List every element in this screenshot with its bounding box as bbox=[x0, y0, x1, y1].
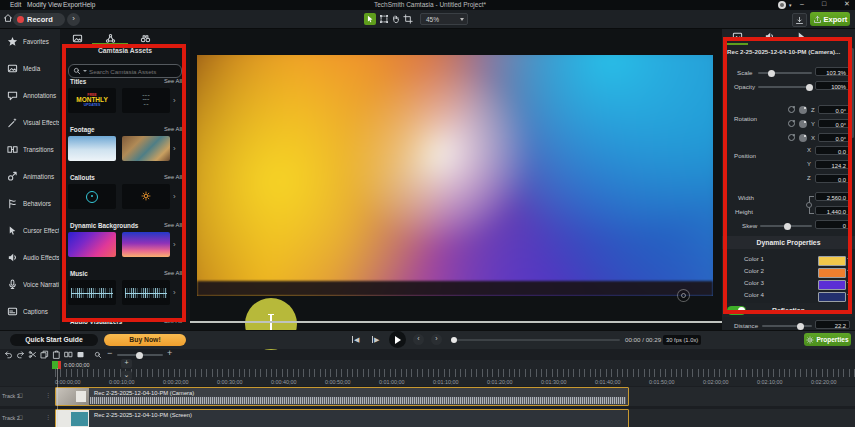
assets-tab-media[interactable] bbox=[70, 31, 84, 45]
cursor-tool[interactable] bbox=[364, 13, 376, 25]
record-dropdown-chevron[interactable]: › bbox=[67, 13, 80, 26]
buy-now-button[interactable]: Buy Now! bbox=[104, 334, 186, 346]
menu-item-modify[interactable]: Modify bbox=[27, 1, 46, 8]
ruler-label: 0:00:00;00 bbox=[55, 379, 80, 385]
record-label: Record bbox=[27, 15, 53, 24]
gear-icon bbox=[806, 336, 814, 344]
distance-slider[interactable] bbox=[762, 325, 812, 327]
track-options-icon[interactable]: ⋮ bbox=[45, 391, 51, 398]
annotation-icon bbox=[7, 90, 19, 101]
minimize-button[interactable]: – bbox=[800, 0, 804, 7]
sidebar-item-label: Audio Effects bbox=[23, 254, 59, 261]
properties-button[interactable]: Properties bbox=[804, 333, 851, 346]
ruler-label: 0:02:20;00 bbox=[811, 379, 836, 385]
sidebar-item-label: Voice Narration bbox=[23, 281, 59, 288]
clip-name: Rec 2-25-2025-12-04-10-PM (Screen) bbox=[94, 412, 192, 418]
jump-back-button[interactable]: ‹ bbox=[413, 334, 424, 345]
menu-item-help[interactable]: Help bbox=[82, 1, 95, 8]
sidebar-item-visual-effects[interactable]: Visual Effects bbox=[0, 109, 60, 136]
track-options-icon[interactable]: ⋮ bbox=[45, 413, 51, 420]
preview-bottom-band bbox=[197, 281, 713, 296]
copy-button[interactable] bbox=[39, 350, 49, 360]
canvas-zoom-value: 45% bbox=[426, 16, 439, 23]
wand-icon bbox=[7, 117, 19, 128]
previous-frame-button[interactable]: ◀ bbox=[352, 336, 359, 344]
cut-button[interactable] bbox=[27, 350, 37, 360]
step-frame-button[interactable]: ▶ bbox=[372, 336, 379, 344]
zoom-out-button[interactable]: − bbox=[107, 348, 112, 358]
marker-button[interactable] bbox=[75, 350, 85, 360]
canvas-area[interactable] bbox=[190, 28, 722, 330]
zoom-in-button[interactable]: + bbox=[167, 348, 172, 358]
scrubber-handle[interactable] bbox=[451, 337, 457, 343]
ruler-label: 0:01:00;00 bbox=[379, 379, 404, 385]
menu-item-view[interactable]: View bbox=[48, 1, 62, 8]
ruler-label: 0:01:30;00 bbox=[541, 379, 566, 385]
close-button[interactable]: ✕ bbox=[844, 0, 850, 8]
track-lock-icon[interactable]: ◻ bbox=[18, 391, 23, 398]
record-dot-icon bbox=[17, 16, 24, 23]
jump-forward-button[interactable]: › bbox=[431, 334, 442, 345]
sidebar-item-label: Transitions bbox=[23, 146, 59, 153]
sidebar-item-favorites[interactable]: Favorites bbox=[0, 28, 60, 55]
track-row: Track 2◻⋮Rec 2-25-2025-12-04-10-PM (Scre… bbox=[0, 409, 855, 427]
sidebar-item-media[interactable]: Media bbox=[0, 55, 60, 82]
undo-button[interactable] bbox=[3, 350, 13, 360]
sidebar-item-captions[interactable]: Captions bbox=[0, 298, 60, 325]
sidebar-item-cursor-effects[interactable]: Cursor Effects bbox=[0, 217, 60, 244]
paste-button[interactable] bbox=[51, 350, 61, 360]
export-button[interactable]: Export bbox=[810, 12, 850, 26]
playhead-line[interactable] bbox=[57, 368, 58, 427]
media-icon bbox=[7, 63, 19, 74]
clip-name: Rec 2-25-2025-12-04-10-PM (Camera) bbox=[94, 390, 194, 396]
crop-tool[interactable] bbox=[402, 13, 414, 25]
canvas-bottom-separator bbox=[190, 321, 722, 323]
fps-display[interactable]: 30 fps (1.0x) bbox=[663, 335, 701, 345]
play-button[interactable] bbox=[389, 331, 406, 348]
add-track-button[interactable]: + bbox=[121, 359, 132, 368]
sidebar-item-transitions[interactable]: Transitions bbox=[0, 136, 60, 163]
timeline-zoom-slider[interactable] bbox=[117, 354, 163, 356]
clip-waveform-icon bbox=[90, 397, 626, 404]
playhead-time: 0:00:00;00 bbox=[64, 362, 89, 368]
maximize-button[interactable]: □ bbox=[822, 0, 826, 7]
avatar[interactable] bbox=[778, 1, 786, 9]
sidebar-item-behaviors[interactable]: Behaviors bbox=[0, 190, 60, 217]
assets-tab-binoculars[interactable] bbox=[138, 31, 152, 45]
redo-button[interactable] bbox=[15, 350, 25, 360]
annotation-box-left bbox=[62, 44, 186, 322]
scrubber[interactable] bbox=[452, 339, 620, 341]
home-icon[interactable] bbox=[3, 13, 13, 23]
sidebar-item-label: Media bbox=[23, 65, 59, 72]
record-button[interactable]: Record bbox=[13, 13, 65, 26]
distance-value[interactable]: 22.2 bbox=[815, 320, 850, 329]
ruler-label: 0:01:10;00 bbox=[433, 379, 458, 385]
avatar-caret-icon[interactable]: ▾ bbox=[789, 2, 792, 8]
playhead-out-marker[interactable] bbox=[58, 361, 61, 369]
menu-item-edit[interactable]: Edit bbox=[10, 1, 21, 8]
star-icon bbox=[7, 36, 19, 47]
quick-start-guide-button[interactable]: Quick Start Guide bbox=[10, 334, 98, 346]
track-lock-icon[interactable]: ◻ bbox=[18, 413, 23, 420]
video-preview[interactable] bbox=[197, 55, 713, 296]
hand-tool[interactable] bbox=[390, 13, 402, 25]
sidebar-item-annotations[interactable]: Annotations bbox=[0, 82, 60, 109]
menu-item-export[interactable]: Export bbox=[63, 1, 82, 8]
timeline-zoom-icon[interactable] bbox=[93, 350, 103, 360]
sidebar-item-animations[interactable]: Animations bbox=[0, 163, 60, 190]
main-toolbar: Record › 45% Export bbox=[0, 10, 855, 29]
transform-tool[interactable] bbox=[378, 13, 390, 25]
sidebar-item-audio-effects[interactable]: Audio Effects bbox=[0, 244, 60, 271]
split-button[interactable] bbox=[63, 350, 73, 360]
collapse-tracks-button[interactable]: ⌄ bbox=[121, 371, 132, 380]
download-button[interactable] bbox=[792, 13, 807, 27]
ruler-label: 0:02:10;00 bbox=[757, 379, 782, 385]
animation-icon bbox=[7, 171, 19, 182]
canvas-zoom-select[interactable]: 45% bbox=[420, 13, 468, 25]
gradient-background-media bbox=[197, 55, 713, 296]
clip-screen[interactable]: Rec 2-25-2025-12-04-10-PM (Screen) bbox=[55, 409, 629, 427]
clip-camera[interactable]: Rec 2-25-2025-12-04-10-PM (Camera) bbox=[55, 387, 629, 406]
annotation-box-right bbox=[723, 37, 852, 314]
sidebar-item-voice-narration[interactable]: Voice Narration bbox=[0, 271, 60, 298]
ruler-label: 0:01:40;00 bbox=[595, 379, 620, 385]
